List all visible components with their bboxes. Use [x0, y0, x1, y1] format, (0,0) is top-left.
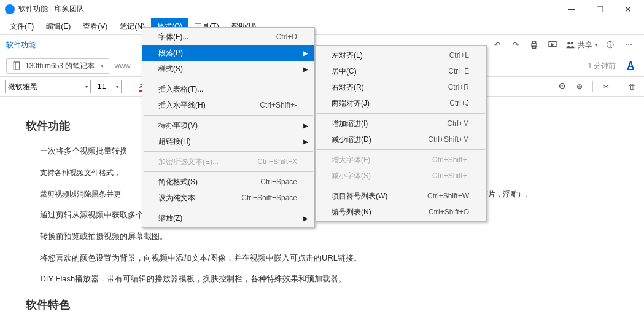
- present-icon[interactable]: [545, 37, 560, 52]
- chevron-right-icon: ▶: [303, 66, 308, 72]
- info-icon[interactable]: ⓘ: [603, 37, 618, 52]
- paragraph: 将您喜欢的颜色设置为背景，向视频中添加文本/图像，并在视频中嵌入可点击的URL链…: [26, 251, 618, 266]
- print-icon[interactable]: [527, 37, 541, 52]
- menu-item[interactable]: 插入表格(T)...: [142, 81, 314, 97]
- menu-item[interactable]: 待办事项(V)▶: [142, 117, 314, 133]
- chevron-right-icon: ▶: [303, 138, 308, 145]
- menubar: 文件(F) 编辑(E) 查看(V) 笔记(N) 格式(O) 工具(T) 帮助(H…: [0, 18, 644, 34]
- menu-item[interactable]: 段落(P)▶: [142, 45, 314, 61]
- chevron-down-icon: ▾: [116, 84, 118, 90]
- menu-item[interactable]: 减少缩进(D)Ctrl+Shift+M: [316, 131, 486, 147]
- menu-item: 减小字体(S)Ctrl+Shift+,: [316, 168, 486, 184]
- menu-item[interactable]: 超链接(H)▶: [142, 133, 314, 149]
- svg-point-4: [567, 42, 570, 44]
- undo-icon[interactable]: ↶: [490, 37, 505, 52]
- titlebar: 软件功能 - 印象团队 ─ ☐ ✕: [0, 0, 644, 18]
- chevron-right-icon: ▶: [303, 122, 308, 129]
- font-family-select[interactable]: 微软雅黑 ▾: [5, 80, 91, 93]
- font-size-select[interactable]: 11 ▾: [95, 80, 122, 93]
- menu-item[interactable]: 设为纯文本Ctrl+Shift+Space: [142, 190, 314, 206]
- chevron-down-icon: ▾: [101, 63, 104, 69]
- share-label: 共享: [578, 40, 592, 50]
- last-edited-time: 1 分钟前: [588, 61, 616, 71]
- menu-view[interactable]: 查看(V): [77, 18, 114, 34]
- menu-item[interactable]: 右对齐(R)Ctrl+R: [316, 79, 486, 95]
- notebook-selector[interactable]: 130ttiim653 的笔记本 ▾: [6, 58, 109, 74]
- separator: [128, 81, 128, 92]
- menu-item[interactable]: 居中(C)Ctrl+E: [316, 63, 486, 79]
- svg-rect-6: [14, 62, 19, 69]
- more-icon[interactable]: ⋯: [621, 37, 636, 52]
- url-fragment: www: [114, 61, 130, 70]
- chevron-down-icon: ▾: [595, 42, 597, 48]
- menu-item[interactable]: 插入水平线(H)Ctrl+Shift+-: [142, 97, 314, 113]
- current-tab-label[interactable]: 软件功能: [6, 40, 36, 50]
- notebook-icon: [12, 61, 21, 71]
- menu-item: 增大字体(F)Ctrl+Shift+.: [316, 152, 486, 168]
- font-size-value: 11: [98, 82, 106, 91]
- maximize-button[interactable]: ☐: [591, 4, 608, 14]
- menu-item[interactable]: 字体(F)...Ctrl+D: [142, 29, 314, 45]
- menu-item[interactable]: 两端对齐(J)Ctrl+J: [316, 95, 486, 111]
- menu-item[interactable]: 样式(S)▶: [142, 61, 314, 77]
- separator: [619, 81, 619, 92]
- share-button[interactable]: 共享 ▾: [565, 40, 597, 50]
- font-family-value: 微软雅黑: [8, 82, 37, 92]
- svg-point-5: [571, 42, 573, 44]
- menu-edit[interactable]: 编辑(E): [40, 18, 77, 34]
- attach-icon[interactable]: ⭙: [556, 80, 569, 93]
- menu-item[interactable]: 编号列表(N)Ctrl+Shift+O: [316, 204, 486, 220]
- chevron-right-icon: ▶: [303, 50, 308, 57]
- window-title: 软件功能 - 印象团队: [18, 4, 563, 14]
- menu-item[interactable]: 项目符号列表(W)Ctrl+Shift+W: [316, 188, 486, 204]
- notebook-name: 130ttiim653 的笔记本: [25, 61, 95, 71]
- clip-icon[interactable]: ✂: [599, 80, 613, 93]
- redo-icon[interactable]: ↷: [508, 37, 523, 52]
- paragraph-submenu: 左对齐(L)Ctrl+L居中(C)Ctrl+E右对齐(R)Ctrl+R两端对齐(…: [315, 45, 487, 222]
- paragraph: DIY Flash播放器，带有可编辑的播放器模板，换肤控制栏，各种特殊效果和预加…: [26, 272, 618, 287]
- close-button[interactable]: ✕: [619, 4, 637, 14]
- format-menu-dropdown: 字体(F)...Ctrl+D段落(P)▶样式(S)▶插入表格(T)...插入水平…: [142, 27, 315, 228]
- people-icon: [565, 40, 575, 50]
- menu-item[interactable]: 简化格式(S)Ctrl+Space: [142, 174, 314, 190]
- chevron-down-icon: ▾: [85, 84, 88, 90]
- heading: 软件特色: [26, 294, 618, 315]
- app-icon: [5, 4, 15, 14]
- globe-icon[interactable]: ⊛: [573, 80, 586, 93]
- trash-icon[interactable]: 🗑: [626, 80, 639, 93]
- menu-item[interactable]: 缩放(Z)▶: [142, 210, 314, 226]
- paragraph: 转换前预览或拍摄视频的屏幕截图。: [26, 229, 618, 245]
- chevron-right-icon: ▶: [303, 215, 308, 222]
- menu-item: 加密所选文本(E)...Ctrl+Shift+X: [142, 154, 314, 170]
- menu-item[interactable]: 左对齐(L)Ctrl+L: [316, 47, 486, 63]
- svg-rect-1: [532, 41, 535, 44]
- separator: [592, 81, 593, 92]
- minimize-button[interactable]: ─: [563, 4, 580, 14]
- menu-item[interactable]: 增加缩进(I)Ctrl+M: [316, 116, 486, 131]
- menu-file[interactable]: 文件(F): [4, 18, 40, 34]
- text-color-indicator[interactable]: A: [627, 60, 634, 71]
